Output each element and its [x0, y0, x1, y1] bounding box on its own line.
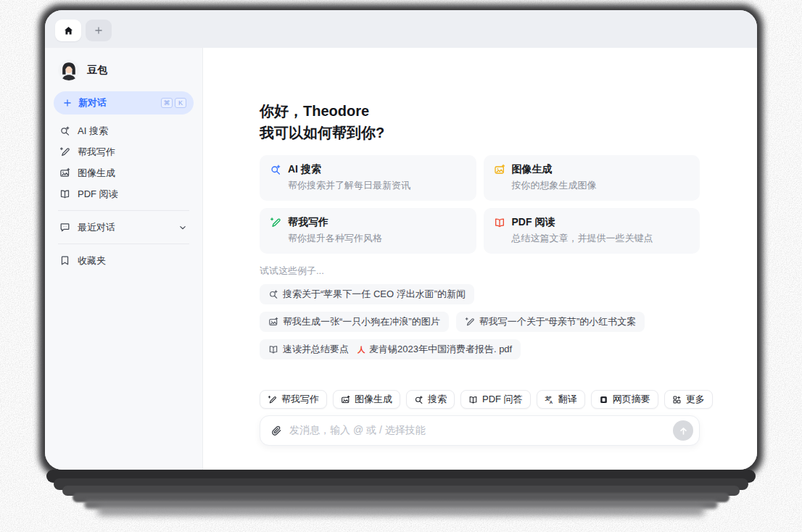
sidebar-item-label: 收藏夹	[78, 254, 188, 267]
command-key-badge: ⌘	[161, 98, 173, 108]
toolbar-label: 帮我写作	[281, 393, 319, 406]
toolbar-write-button[interactable]: 帮我写作	[260, 390, 327, 409]
card-title: AI 搜索	[288, 163, 321, 176]
example-chip-search-news[interactable]: 搜索关于“苹果下一任 CEO 浮出水面”的新闻	[260, 284, 474, 304]
bookmark-icon	[59, 255, 70, 266]
card-ai-search[interactable]: AI 搜索 帮你搜索并了解每日最新资讯	[260, 155, 476, 201]
book-icon	[494, 217, 505, 228]
profile-name: 豆包	[87, 64, 107, 77]
feature-cards: AI 搜索 帮你搜索并了解每日最新资讯 图像生成 按你的想象生成图像	[260, 155, 700, 254]
sidebar-item-label: 帮我写作	[78, 146, 188, 159]
divider	[58, 210, 189, 211]
sidebar: 豆包 新对话 ⌘ K AI 搜索	[45, 48, 203, 470]
k-key-badge: K	[175, 98, 186, 108]
new-tab-button[interactable]	[86, 20, 112, 41]
sidebar-item-label: AI 搜索	[78, 125, 188, 138]
stacked-shadow-band	[97, 507, 705, 515]
example-chip-write-copy[interactable]: 帮我写一个关于“母亲节”的小红书文案	[456, 312, 645, 332]
adobe-pdf-icon	[356, 344, 366, 354]
ai-search-icon	[270, 164, 281, 175]
new-chat-button[interactable]: 新对话 ⌘ K	[54, 91, 194, 115]
sidebar-item-label: 最近对话	[78, 221, 170, 234]
main-panel: 你好，Theodore 我可以如何帮到你? AI 搜索 帮你搜索并了解每日最新资…	[203, 48, 757, 470]
example-chips: 搜索关于“苹果下一任 CEO 浮出水面”的新闻 帮我生成一张“一只小狗在冲浪”的…	[260, 284, 666, 359]
toolbar-label: 网页摘要	[613, 393, 650, 406]
ai-search-icon	[414, 395, 423, 404]
examples-label: 试试这些例子...	[260, 265, 700, 278]
sidebar-item-favorites[interactable]: 收藏夹	[54, 250, 194, 271]
example-chip-text: 搜索关于“苹果下一任 CEO 浮出水面”的新闻	[283, 288, 466, 301]
profile-row[interactable]: 豆包	[54, 57, 194, 91]
card-desc: 总结这篇文章，并提供一些关键点	[512, 232, 690, 245]
toolbar-image-gen-button[interactable]: 图像生成	[333, 390, 400, 409]
sidebar-item-recent-chats[interactable]: 最近对话	[54, 217, 194, 238]
card-desc: 按你的想象生成图像	[512, 179, 690, 192]
input-placeholder: 发消息，输入 @ 或 / 选择技能	[289, 424, 666, 437]
skill-toolbar: 帮我写作 图像生成 搜索 PDF 问答	[260, 390, 700, 409]
home-tab[interactable]	[55, 20, 81, 41]
card-desc: 帮你提升各种写作风格	[288, 232, 466, 245]
write-icon	[465, 317, 475, 327]
sidebar-item-label: PDF 阅读	[78, 188, 188, 201]
app-window: 豆包 新对话 ⌘ K AI 搜索	[45, 10, 757, 470]
greeting-line-1: 你好，Theodore	[260, 100, 700, 122]
image-icon	[268, 317, 278, 327]
write-icon	[268, 395, 277, 404]
arrow-up-icon	[678, 425, 689, 436]
card-write[interactable]: 帮我写作 帮你提升各种写作风格	[260, 208, 476, 254]
book-icon	[268, 344, 278, 354]
webpage-icon	[599, 395, 608, 404]
chevron-down-icon[interactable]	[178, 223, 188, 233]
sidebar-item-image-gen[interactable]: 图像生成	[54, 162, 194, 183]
card-image-gen[interactable]: 图像生成 按你的想象生成图像	[484, 155, 700, 201]
send-button[interactable]	[673, 420, 693, 441]
card-desc: 帮你搜索并了解每日最新资讯	[288, 179, 466, 192]
write-icon	[270, 217, 281, 228]
window-body: 豆包 新对话 ⌘ K AI 搜索	[45, 48, 757, 470]
avatar	[58, 59, 80, 81]
example-chip-text: 帮我生成一张“一只小狗在冲浪”的图片	[283, 315, 440, 328]
ai-search-icon	[59, 125, 70, 136]
book-icon	[59, 188, 70, 199]
sidebar-item-ai-search[interactable]: AI 搜索	[54, 120, 194, 141]
example-chip-generate-image[interactable]: 帮我生成一张“一只小狗在冲浪”的图片	[260, 312, 449, 332]
book-icon	[468, 395, 478, 404]
card-title: PDF 阅读	[512, 216, 555, 229]
home-icon	[63, 25, 74, 36]
sidebar-item-pdf-read[interactable]: PDF 阅读	[54, 183, 194, 204]
plus-icon	[94, 25, 104, 36]
example-chip-summarize-pdf[interactable]: 速读并总结要点 麦肯锡2023年中国消费者报告. pdf	[260, 339, 521, 359]
file-name: 麦肯锡2023年中国消费者报告. pdf	[369, 343, 512, 356]
sidebar-item-label: 图像生成	[78, 167, 188, 180]
card-title: 图像生成	[512, 163, 553, 176]
toolbar-label: 翻译	[558, 393, 577, 406]
paperclip-icon[interactable]	[270, 425, 282, 436]
toolbar-web-summary-button[interactable]: 网页摘要	[591, 390, 658, 409]
translate-icon	[545, 395, 554, 404]
toolbar-label: PDF 问答	[482, 393, 523, 406]
plus-icon	[62, 98, 73, 108]
screenshot-stage: 豆包 新对话 ⌘ K AI 搜索	[0, 0, 802, 532]
card-pdf-read[interactable]: PDF 阅读 总结这篇文章，并提供一些关键点	[484, 208, 700, 254]
toolbar-translate-button[interactable]: 翻译	[537, 390, 585, 409]
shortcut-keys: ⌘ K	[161, 98, 186, 108]
more-grid-icon	[672, 395, 682, 404]
ai-search-icon	[268, 289, 278, 299]
divider	[58, 244, 189, 244]
message-input[interactable]: 发消息，输入 @ 或 / 选择技能	[260, 415, 700, 446]
toolbar-pdf-qa-button[interactable]: PDF 问答	[460, 390, 531, 409]
toolbar-label: 搜索	[428, 393, 447, 406]
attached-file: 麦肯锡2023年中国消费者报告. pdf	[356, 343, 512, 356]
write-icon	[59, 146, 70, 157]
chat-bubble-icon	[59, 222, 70, 233]
sidebar-item-write[interactable]: 帮我写作	[54, 141, 194, 162]
new-chat-label: 新对话	[78, 96, 107, 109]
greeting-line-2: 我可以如何帮到你?	[260, 122, 700, 144]
toolbar-search-button[interactable]: 搜索	[406, 390, 455, 409]
example-chip-text: 帮我写一个关于“母亲节”的小红书文案	[479, 315, 637, 328]
image-icon	[59, 167, 70, 178]
sidebar-nav: AI 搜索 帮我写作 图像生成 PDF 阅读	[54, 120, 194, 271]
toolbar-more-button[interactable]: 更多	[664, 390, 713, 409]
toolbar-label: 图像生成	[355, 393, 392, 406]
example-chip-text: 速读并总结要点	[283, 343, 349, 356]
